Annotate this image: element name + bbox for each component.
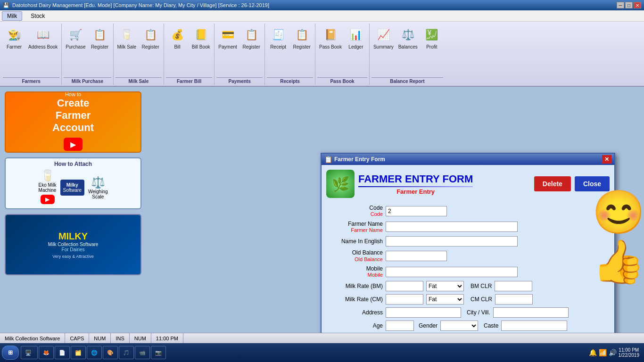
farmer-label: Farmer: [7, 44, 22, 50]
gender-select[interactable]: Male Female Other: [440, 321, 478, 331]
farmer-name-label-stack: Farmer Name Farmer Name: [326, 221, 383, 234]
code-row: Code Code: [326, 205, 588, 218]
toolbar-profit-btn[interactable]: 💹 Profit: [421, 25, 443, 51]
dialog-subtitle: Farmer Entry: [358, 188, 473, 195]
taskbar-item-8[interactable]: 📹: [135, 346, 150, 359]
payment-label: Payment: [218, 44, 237, 50]
menu-milk[interactable]: Milk: [2, 11, 22, 21]
fat-bm-select[interactable]: Fat SNF Both: [426, 281, 464, 291]
cm-clr-label: CM CLR: [471, 296, 492, 303]
caste-input[interactable]: [501, 321, 567, 331]
payment-register-icon: 📋: [242, 25, 261, 44]
toolbar-billbook-btn[interactable]: 📒 Bill Book: [190, 25, 212, 51]
dialog-header: 🌿 FARMER ENTRY FORM Farmer Entry Delete …: [326, 170, 610, 198]
receipt-register-icon: 📋: [292, 25, 311, 44]
toolbar-payment-btn[interactable]: 💳 Payment: [216, 25, 239, 51]
taskbar-item8-icon: 📹: [139, 350, 146, 356]
taskbar-item-2[interactable]: 🦊: [39, 346, 54, 359]
fat-cm-select[interactable]: Fat SNF Both: [426, 294, 464, 304]
eko-yt-btn[interactable]: ▶: [41, 195, 55, 204]
toolbar: 👨‍🌾 Farmer 📖 Address Book Farmers 🛒 Purc…: [0, 22, 644, 87]
milk-sale-label: Milk Sale: [117, 44, 137, 50]
purchase-register-icon: 📋: [91, 25, 109, 44]
taskbar-item7-icon: 🎵: [123, 350, 130, 356]
tray-icon-1: 🔔: [589, 349, 597, 356]
addressbook-label: Address Book: [28, 44, 58, 50]
cm-clr-input[interactable]: [495, 294, 533, 304]
toolbar-receipt-register-btn[interactable]: 📋 Register: [290, 25, 313, 51]
start-button[interactable]: ⊞: [2, 346, 19, 360]
title-bar-controls[interactable]: ─ □ ✕: [617, 2, 641, 8]
age-label-stack: Age: [326, 322, 383, 329]
status-bar: Milk Collection Software CAPS NUM INS NU…: [0, 333, 644, 343]
passbook-icon: 📔: [321, 25, 340, 44]
toolbar-ledger-btn[interactable]: 📊 Ledger: [345, 25, 367, 51]
taskbar-item-5[interactable]: 🌐: [87, 346, 102, 359]
toolbar-group-passbook: 📔 Pass Book 📊 Ledger Pass Book: [315, 24, 370, 85]
tray-clock: 11:00 PM 1/22/2019: [619, 347, 640, 358]
toolbar-bill-btn[interactable]: 💰 Bill: [166, 25, 189, 51]
toolbar-summary-btn[interactable]: 📈 Summary: [372, 25, 396, 51]
toolbar-addressbook-btn[interactable]: 📖 Address Book: [26, 25, 59, 51]
taskbar-item-3[interactable]: 📄: [55, 346, 70, 359]
taskbar-item-1[interactable]: 🖥️: [21, 346, 38, 359]
code-input[interactable]: [386, 206, 447, 216]
tray-icon-3: 🔊: [609, 349, 617, 356]
attach-card: How to Attach 🥛 Eko Milk Machine ▶ Milky…: [5, 157, 141, 209]
toolbar-purchase-register-btn[interactable]: 📋 Register: [89, 25, 111, 51]
dialog-close-x-btn[interactable]: ✕: [602, 155, 611, 164]
main-area: 📋 Farmer Entry Form ✕ 🌿 FARMER ENTRY FOR…: [146, 87, 644, 349]
dialog-titlebar-text: Farmer Entry Form: [334, 156, 385, 163]
toolbar-sale-register-btn[interactable]: 📋 Register: [139, 25, 162, 51]
toolbar-group-receipts: 🧾 Receipt 📋 Register Receipts: [265, 24, 315, 85]
window-close-btn[interactable]: ✕: [634, 2, 641, 8]
farmer-name-input[interactable]: [386, 222, 518, 232]
taskbar-item3-icon: 📄: [59, 350, 66, 356]
milky-extra: Very easy & Attractive: [52, 254, 94, 259]
minimize-btn[interactable]: ─: [617, 2, 624, 8]
milk-rate-cm-input[interactable]: [386, 294, 423, 304]
toolbar-receipt-btn[interactable]: 🧾 Receipt: [267, 25, 289, 51]
milk-sale-group-label: Milk Sale: [116, 77, 162, 84]
milk-rate-bm-input[interactable]: [386, 281, 423, 291]
address-row: Address City / Vill.: [326, 307, 588, 318]
taskbar-item-6[interactable]: 🎨: [103, 346, 118, 359]
toolbar-milk-sale-btn[interactable]: 🥛 Milk Sale: [116, 25, 139, 51]
balances-icon: ⚖️: [398, 25, 417, 44]
dialog-logo: 🌿: [326, 170, 355, 198]
num2-status: NUM: [130, 333, 151, 343]
city-vill-input[interactable]: [493, 307, 569, 318]
toolbar-farmer-btn[interactable]: 👨‍🌾 Farmer: [3, 25, 25, 51]
toolbar-purchase-btn[interactable]: 🛒 Purchase: [64, 25, 87, 51]
ledger-icon: 📊: [347, 25, 365, 44]
account-text: Account: [52, 122, 94, 134]
youtube-btn[interactable]: ▶: [64, 138, 83, 151]
time-status: 11:00 PM: [151, 333, 183, 343]
bm-clr-input[interactable]: [495, 281, 532, 291]
toolbar-group-bill: 💰 Bill 📒 Bill Book Farmer Bill: [164, 24, 215, 85]
taskbar-item-9[interactable]: 📷: [151, 346, 166, 359]
mobile-input[interactable]: [386, 267, 518, 277]
farmer-icon: 👨‍🌾: [5, 25, 24, 44]
name-english-input[interactable]: [386, 236, 518, 247]
farmer-name-sublabel: Farmer Name: [351, 227, 383, 233]
taskbar-item-7[interactable]: 🎵: [119, 346, 134, 359]
summary-icon: 📈: [374, 25, 393, 44]
toolbar-payment-register-btn[interactable]: 📋 Register: [240, 25, 263, 51]
old-balance-input[interactable]: [386, 251, 447, 261]
maximize-btn[interactable]: □: [625, 2, 633, 8]
age-input[interactable]: [386, 321, 414, 331]
toolbar-balances-btn[interactable]: ⚖️ Balances: [396, 25, 420, 51]
milky-card: MILKY Milk Collection Software For Dairi…: [5, 214, 141, 275]
address-input[interactable]: [386, 307, 461, 318]
taskbar-item-4[interactable]: 🗂️: [71, 346, 86, 359]
milky-title: MILKY: [58, 231, 88, 242]
balance-report-group-label: Balance Report: [372, 77, 443, 84]
mobile-sublabel: Mobile: [368, 272, 383, 278]
payment-register-label: Register: [242, 44, 260, 50]
milk-rate-cm-row: Milk Rate (CM) Fat SNF Both CM CLR: [326, 294, 588, 304]
toolbar-passbook-btn[interactable]: 📔 Pass Book: [317, 25, 344, 51]
delete-button[interactable]: Delete: [534, 176, 571, 191]
profit-icon: 💹: [422, 25, 441, 44]
menu-stock[interactable]: Stock: [26, 12, 50, 20]
